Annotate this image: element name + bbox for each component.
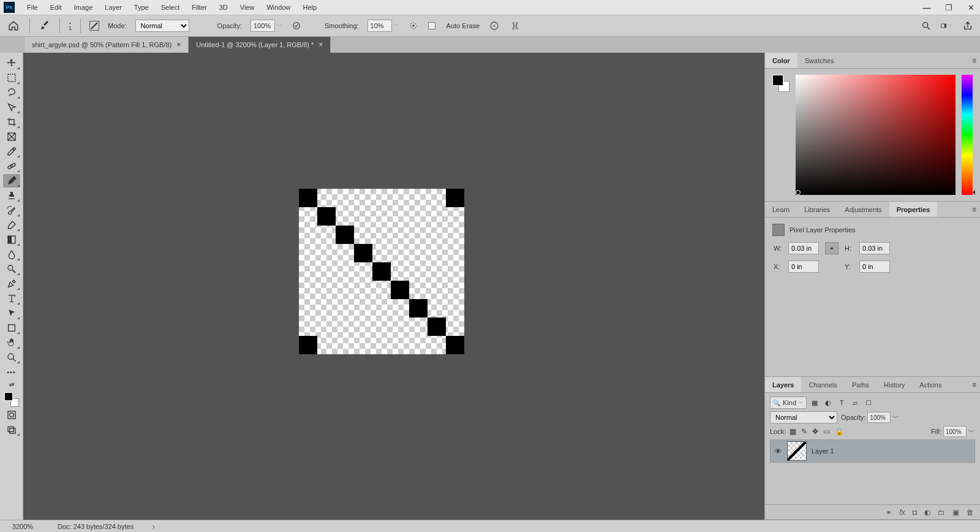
pressure-opacity-icon[interactable]: [290, 20, 303, 32]
brush-preview-icon[interactable]: [89, 21, 99, 31]
brush-preset[interactable]: • 1: [69, 21, 72, 31]
foreground-background-colors[interactable]: [4, 392, 19, 407]
color-fgbg[interactable]: [772, 75, 790, 92]
minimize-button[interactable]: —: [920, 3, 933, 12]
smoothing-input[interactable]: 10%﹀: [368, 20, 399, 32]
link-layers-icon[interactable]: ⚭: [886, 508, 892, 517]
tab-properties[interactable]: Properties: [889, 202, 937, 217]
lock-position-icon[interactable]: ✥: [812, 427, 818, 436]
filter-adjust-icon[interactable]: ◐: [824, 399, 832, 407]
foreground-swatch[interactable]: [772, 75, 783, 86]
menu-layer[interactable]: Layer: [99, 0, 128, 15]
zoom-level[interactable]: 3200%: [6, 523, 39, 530]
lock-all-icon[interactable]: 🔒: [835, 427, 844, 436]
lock-transparency-icon[interactable]: ▦: [790, 427, 796, 436]
filter-shape-icon[interactable]: ▱: [851, 399, 859, 407]
close-icon[interactable]: ×: [176, 40, 181, 49]
menu-edit[interactable]: Edit: [44, 0, 68, 15]
lock-artboard-icon[interactable]: ▭: [823, 427, 830, 436]
symmetry-icon[interactable]: [509, 20, 521, 32]
search-icon[interactable]: [920, 20, 932, 32]
lock-pixels-icon[interactable]: ✎: [801, 427, 807, 436]
adjustment-layer-icon[interactable]: ◐: [924, 508, 930, 517]
menu-file[interactable]: File: [21, 0, 44, 15]
canvas[interactable]: [299, 189, 464, 354]
layer-filter-kind[interactable]: 🔍Kind﹀: [770, 397, 807, 409]
layer-style-icon[interactable]: fx: [899, 508, 905, 517]
quick-mask-tool[interactable]: [3, 408, 20, 422]
workspace-switcher[interactable]: ﹀: [941, 20, 953, 32]
healing-tool[interactable]: [3, 159, 20, 173]
y-input[interactable]: [859, 260, 890, 273]
layer-thumbnail[interactable]: [787, 441, 807, 461]
tab-adjustments[interactable]: Adjustments: [837, 202, 889, 217]
menu-image[interactable]: Image: [68, 0, 99, 15]
dodge-tool[interactable]: [3, 262, 20, 276]
height-input[interactable]: [859, 242, 890, 254]
screen-mode-tool[interactable]: [3, 423, 20, 436]
close-button[interactable]: ✕: [964, 3, 978, 12]
menu-window[interactable]: Window: [260, 0, 296, 15]
pen-tool[interactable]: [3, 277, 20, 291]
lasso-tool[interactable]: [3, 86, 20, 99]
tab-learn[interactable]: Learn: [765, 202, 797, 217]
hand-tool[interactable]: [3, 336, 20, 349]
panel-menu-icon[interactable]: ≡: [972, 381, 976, 389]
color-swap-icon[interactable]: ⇄: [3, 380, 20, 389]
quick-select-tool[interactable]: [3, 101, 20, 114]
document-tab[interactable]: shirt_argyle.psd @ 50% (Pattern Fill 1, …: [24, 37, 189, 53]
group-icon[interactable]: 🗀: [938, 508, 945, 517]
link-wh-icon[interactable]: ⚭: [825, 242, 839, 254]
zoom-tool[interactable]: [3, 351, 20, 364]
blur-tool[interactable]: [3, 248, 20, 261]
filter-type-icon[interactable]: T: [837, 399, 846, 407]
filter-smart-icon[interactable]: ☐: [864, 399, 873, 407]
tab-color[interactable]: Color: [765, 53, 797, 68]
filter-pixel-icon[interactable]: ▦: [810, 399, 819, 407]
menu-view[interactable]: View: [234, 0, 261, 15]
tab-paths[interactable]: Paths: [845, 377, 876, 392]
maximize-button[interactable]: ❐: [942, 3, 956, 12]
pencil-tool[interactable]: [3, 174, 20, 188]
tab-history[interactable]: History: [876, 377, 912, 392]
stamp-tool[interactable]: [3, 189, 20, 202]
color-field[interactable]: [796, 75, 956, 195]
menu-3d[interactable]: 3D: [213, 0, 234, 15]
close-icon[interactable]: ×: [318, 40, 323, 49]
layer-row[interactable]: 👁 Layer 1: [771, 440, 974, 462]
opacity-input[interactable]: 100%﹀: [251, 20, 282, 32]
visibility-icon[interactable]: 👁: [774, 447, 782, 456]
blend-mode-select[interactable]: Normal: [770, 411, 837, 424]
new-layer-icon[interactable]: ▣: [952, 508, 959, 517]
layer-name[interactable]: Layer 1: [812, 447, 834, 455]
layer-opacity-input[interactable]: 100%: [867, 412, 891, 423]
layer-mask-icon[interactable]: ◘: [913, 508, 917, 517]
canvas-area[interactable]: [23, 53, 764, 520]
doc-info[interactable]: Doc: 243 bytes/324 bytes: [58, 523, 134, 530]
foreground-color[interactable]: [4, 392, 13, 401]
blend-mode-select[interactable]: Normal: [135, 20, 189, 32]
path-select-tool[interactable]: [3, 306, 20, 320]
panel-menu-icon[interactable]: ≡: [972, 56, 976, 65]
gradient-tool[interactable]: [3, 233, 20, 246]
tab-libraries[interactable]: Libraries: [797, 202, 837, 217]
shape-tool[interactable]: [3, 321, 20, 335]
x-input[interactable]: [788, 260, 819, 273]
smoothing-options-icon[interactable]: [407, 20, 420, 32]
tab-swatches[interactable]: Swatches: [797, 53, 842, 68]
crop-tool[interactable]: [3, 115, 20, 129]
menu-filter[interactable]: Filter: [186, 0, 213, 15]
pressure-size-icon[interactable]: [488, 20, 500, 32]
tab-layers[interactable]: Layers: [765, 377, 801, 392]
share-icon[interactable]: [962, 20, 974, 32]
menu-type[interactable]: Type: [128, 0, 155, 15]
menu-select[interactable]: Select: [155, 0, 186, 15]
eraser-tool[interactable]: [3, 218, 20, 232]
hue-slider[interactable]: [962, 75, 973, 195]
frame-tool[interactable]: [3, 130, 20, 143]
edit-toolbar[interactable]: •••: [3, 365, 20, 379]
marquee-tool[interactable]: [3, 71, 20, 85]
move-tool[interactable]: [3, 56, 20, 70]
tab-channels[interactable]: Channels: [801, 377, 844, 392]
tab-actions[interactable]: Actions: [912, 377, 949, 392]
